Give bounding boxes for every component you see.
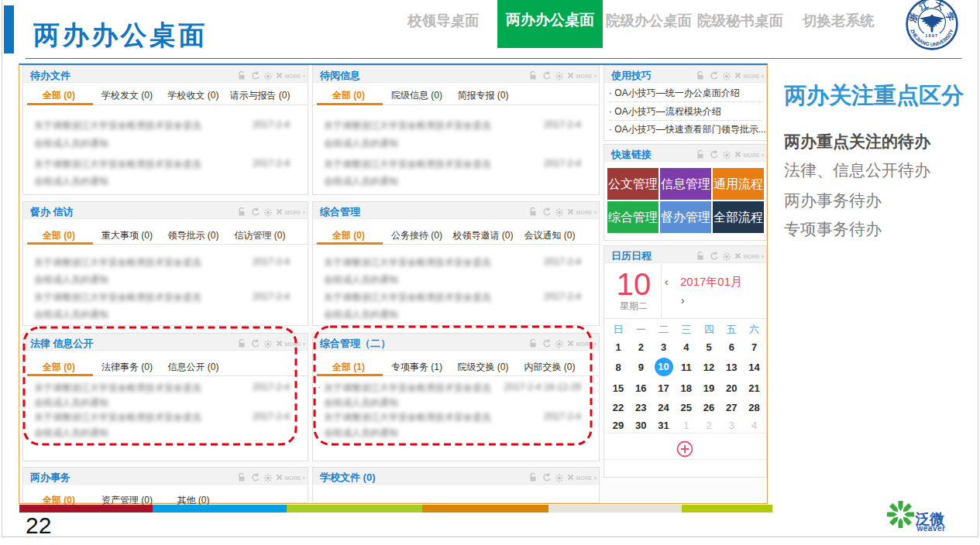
svg-text:MORE »: MORE » [285,74,306,79]
svg-text:MORE »: MORE » [744,74,765,79]
svg-text:weaver: weaver [916,524,946,533]
svg-text:MORE »: MORE » [744,153,765,158]
svg-text:1897: 1897 [925,33,938,38]
svg-text:MORE »: MORE » [285,475,306,481]
svg-text:MORE »: MORE » [285,341,306,347]
svg-text:MORE »: MORE » [576,341,597,347]
svg-text:MORE »: MORE » [285,210,306,215]
svg-text:MORE »: MORE » [744,254,765,259]
svg-text:MORE »: MORE » [576,74,597,79]
svg-text:MORE »: MORE » [576,210,597,215]
svg-text:MORE »: MORE » [576,475,597,481]
